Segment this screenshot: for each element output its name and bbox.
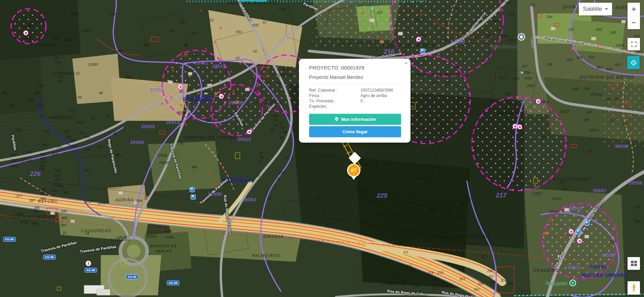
locate-button[interactable] xyxy=(627,56,640,69)
map-label: e xyxy=(549,125,551,129)
map-label: 452 xyxy=(84,168,90,172)
map-label: Pardiñas xyxy=(303,2,319,11)
map-label: 360 xyxy=(27,150,33,154)
more-info-button[interactable]: Mas información xyxy=(309,114,401,125)
map-label: 339 xyxy=(70,139,76,143)
grid-icon xyxy=(631,261,637,266)
map-label: 239 xyxy=(442,231,448,235)
map-label: 26608 xyxy=(141,124,155,129)
map-label: Travesía de Pardiñas xyxy=(40,240,77,253)
map-label: 26 xyxy=(260,155,264,159)
map-label: 385 xyxy=(33,209,39,213)
map-label: 170 xyxy=(26,36,32,40)
map-label: 29611 xyxy=(228,100,242,105)
field-value: 0 xyxy=(360,99,401,104)
map-label: 53 xyxy=(280,121,284,125)
transit-stop-icon[interactable] xyxy=(190,187,195,192)
map-label: 11 xyxy=(473,60,477,64)
map-label: 444 xyxy=(61,209,67,213)
map-type-button[interactable]: Satélite xyxy=(579,3,612,15)
zoom-out-button[interactable]: − xyxy=(628,16,640,29)
map-label: 357 xyxy=(43,143,49,147)
map-label: 361 xyxy=(10,153,16,157)
map-label: 28596 xyxy=(208,191,222,197)
transit-stop-icon[interactable] xyxy=(585,221,590,226)
transit-stop-icon[interactable] xyxy=(420,49,425,54)
map-label: b xyxy=(232,89,234,93)
school-poi-icon[interactable] xyxy=(518,33,525,41)
map-label: 508 xyxy=(454,38,465,45)
transit-stop-icon[interactable] xyxy=(191,195,196,200)
survey-marker xyxy=(416,37,421,42)
map-label: 49 xyxy=(78,95,82,99)
map-label: 1024 xyxy=(616,43,624,47)
map-label: 21007 xyxy=(70,12,79,16)
zoom-control: + − xyxy=(628,3,640,29)
transit-stop-icon[interactable] xyxy=(576,229,581,234)
map-label: 155 xyxy=(53,36,59,40)
map-label: 998 xyxy=(57,184,63,188)
close-icon[interactable]: × xyxy=(404,60,407,65)
map-label: 004 xyxy=(84,135,90,139)
map-label: Pardiñas xyxy=(233,111,245,127)
map-label: 42 xyxy=(113,132,117,136)
map-label: 110 xyxy=(38,84,44,88)
map-label: 414 xyxy=(54,174,60,178)
map-label: b xyxy=(398,26,400,30)
map-label: CAUSORCAS xyxy=(81,229,111,233)
padel-poi-icon[interactable] xyxy=(569,280,576,286)
map-label: c xyxy=(214,40,216,44)
map-label: 001 xyxy=(634,205,640,209)
directions-button[interactable]: Cómo llegar xyxy=(309,126,401,137)
project-marker-label[interactable]: ET xyxy=(347,164,360,177)
map-label: 26606 xyxy=(130,140,144,145)
map-label: 133 xyxy=(79,131,85,135)
map-viewport[interactable]: CALBOACARBALLOPINTEIRADEVESAREFOBOCOSTA … xyxy=(0,0,644,297)
map-label: CARBALLO xyxy=(52,71,80,76)
map-label: 047 xyxy=(586,110,592,114)
map-label: NAVALIÑOS xyxy=(498,110,527,115)
map-label: Reiro xyxy=(531,38,535,48)
map-label: 1031 xyxy=(522,70,530,75)
map-label: PARDIÑAS xyxy=(223,178,251,183)
map-label: CACHO PEIRAS xyxy=(553,177,590,182)
map-label: a xyxy=(420,12,422,16)
fullscreen-button[interactable] xyxy=(628,38,640,50)
map-label: GIBAR xyxy=(277,73,293,78)
map-label: 293 xyxy=(405,264,412,268)
map-label: 42 xyxy=(280,136,284,140)
map-label: 304 xyxy=(501,279,507,283)
map-label: 040 xyxy=(497,28,503,32)
map-label: 63 xyxy=(235,56,240,60)
map-label: 208 xyxy=(635,219,641,224)
map-label: 283 xyxy=(453,65,459,69)
map-label: 415 xyxy=(55,178,61,182)
map-label: 457 xyxy=(125,75,131,79)
map-label: 1033 xyxy=(9,164,17,168)
map-label: 20027 xyxy=(98,201,108,205)
pegman-button[interactable] xyxy=(628,281,640,295)
map-label: 019 xyxy=(415,18,421,22)
project-marker-tail xyxy=(351,176,356,183)
zoom-in-button[interactable]: + xyxy=(628,3,640,16)
more-info-label: Mas información xyxy=(341,117,376,122)
map-label: 027 xyxy=(522,64,528,68)
map-label: 216 xyxy=(433,277,439,281)
map-label: 327 xyxy=(460,202,466,206)
map-label: Travesía de Pardiñas xyxy=(169,143,183,180)
tiles-button[interactable] xyxy=(628,257,640,270)
project-marker[interactable]: ET xyxy=(347,164,360,183)
map-label: 321 xyxy=(377,10,383,14)
map-label: 48 xyxy=(99,91,103,95)
map-label: Rúa do Rego do Cebro xyxy=(387,289,427,296)
map-label: 034 xyxy=(584,87,590,91)
map-label: 121 xyxy=(379,212,385,216)
map-label: 118 xyxy=(39,114,45,118)
map-label: 59 xyxy=(192,53,196,57)
map-label: 37 xyxy=(284,156,288,160)
map-label: 995 xyxy=(32,221,38,226)
map-label: 218 xyxy=(427,271,433,275)
map-label: 030 xyxy=(513,77,519,81)
map-label: 314 xyxy=(542,135,548,139)
map-label: 451 xyxy=(98,145,104,149)
